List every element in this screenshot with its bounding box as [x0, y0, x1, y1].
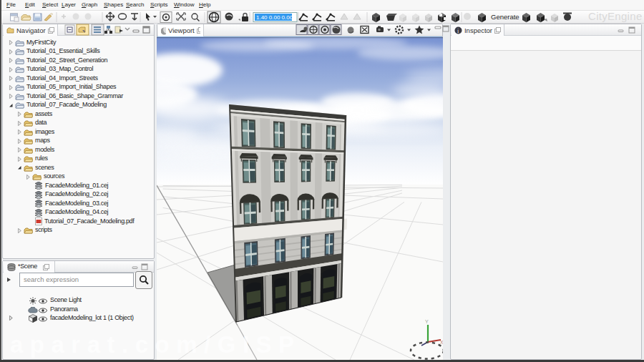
svg-text:Y: Y — [425, 319, 429, 324]
svg-text:1.40 0.00 0.00: 1.40 0.00 0.00 — [256, 14, 293, 21]
svg-text:X: X — [440, 340, 443, 345]
svg-text:Generate: Generate — [491, 13, 519, 21]
